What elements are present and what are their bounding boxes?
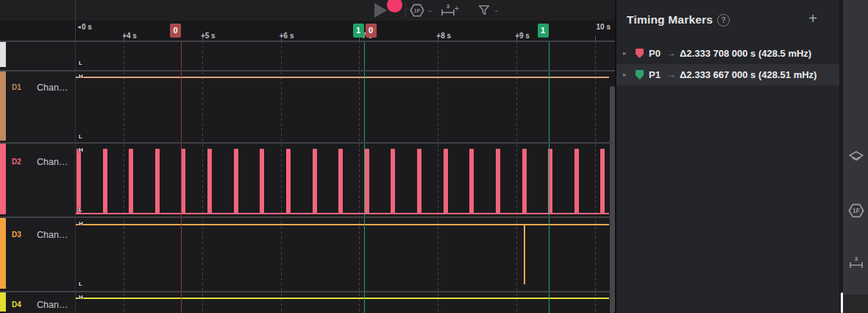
top-toolbar: 1F ⌄ 3 + ⌄ bbox=[0, 0, 615, 21]
channel-name[interactable]: Chan… bbox=[37, 82, 68, 93]
digital-pulse bbox=[286, 149, 291, 214]
label-column-border bbox=[75, 0, 76, 41]
digital-pulse bbox=[522, 149, 527, 214]
play-icon bbox=[374, 3, 387, 18]
logic-analyzer-window: 1F ⌄ 3 + ⌄ ◄0 s 10 s +4 s+5 s+6 s+7 s+8 … bbox=[0, 0, 868, 313]
timing-marker-flag[interactable]: 1 bbox=[353, 24, 364, 38]
record-dot-icon bbox=[387, 0, 402, 13]
hex-trigger-icon: 1F bbox=[409, 2, 425, 18]
digital-pulse bbox=[129, 149, 133, 214]
digital-pulse bbox=[181, 149, 185, 214]
measurement-button[interactable]: 3 + bbox=[440, 0, 459, 20]
digital-pulse bbox=[496, 149, 500, 214]
marker-delta-value: Δ2.333 708 000 s (428.5 mHz) bbox=[680, 48, 811, 59]
digital-pulse bbox=[260, 149, 264, 214]
timing-marker-flag[interactable]: 0 bbox=[366, 24, 377, 38]
svg-text:1F: 1F bbox=[853, 207, 860, 214]
ruler-tick-label: +4 s bbox=[112, 32, 147, 40]
channel-id: D3 bbox=[12, 231, 21, 239]
timing-marker-line[interactable] bbox=[549, 41, 549, 313]
capture-layers-button[interactable] bbox=[847, 148, 865, 166]
digital-pulse bbox=[338, 149, 343, 214]
digital-pulse bbox=[391, 149, 395, 214]
channel-row-border bbox=[0, 41, 615, 42]
help-icon[interactable]: ? bbox=[717, 14, 730, 27]
annotations-menu-button[interactable]: ⌄ bbox=[477, 0, 499, 20]
timing-marker-flag[interactable]: 0 bbox=[170, 24, 181, 38]
timing-marker-row[interactable]: ▸P0→Δ2.333 708 000 s (428.5 mHz) bbox=[616, 43, 839, 64]
gridline bbox=[202, 41, 203, 313]
run-capture-button[interactable] bbox=[370, 0, 402, 20]
channel-color-stripe bbox=[0, 292, 6, 312]
toolbar-divider bbox=[405, 2, 406, 18]
timing-marker-flag[interactable]: 1 bbox=[538, 24, 549, 38]
timeline-end-label: 10 s bbox=[597, 23, 611, 31]
channel-color-stripe bbox=[0, 71, 6, 141]
timing-markers-panel: Timing Markers ? + ▸P0→Δ2.333 708 000 s … bbox=[615, 0, 841, 313]
sidebar-bottom-section bbox=[843, 295, 868, 313]
offscreen-left-arrow-icon: ◄ bbox=[77, 24, 82, 29]
measure-icon: 3 + bbox=[440, 2, 459, 18]
digital-pulse bbox=[103, 149, 107, 214]
channel-name[interactable]: Chan… bbox=[37, 157, 68, 167]
digital-pulse bbox=[444, 149, 448, 214]
digital-pulse bbox=[77, 149, 81, 214]
ruler-tick-label: +6 s bbox=[269, 32, 305, 40]
trigger-sidebar-button[interactable]: 1F bbox=[847, 202, 865, 219]
timing-marker-row[interactable]: ▸P1→Δ2.333 667 000 s (428.51 mHz) bbox=[616, 64, 839, 85]
channel-row-border bbox=[0, 217, 615, 218]
channel-id: D1 bbox=[12, 83, 21, 91]
arrow-icon: → bbox=[667, 48, 676, 58]
gridline bbox=[438, 41, 438, 313]
waveform-area[interactable]: LHLHLHLH bbox=[76, 41, 615, 313]
channel-color-stripe bbox=[0, 217, 6, 289]
level-marker-high: H bbox=[79, 73, 83, 80]
channel-row-border bbox=[0, 70, 615, 71]
marker-delta-value: Δ2.333 667 000 s (428.51 mHz) bbox=[680, 69, 817, 80]
gridline bbox=[359, 41, 360, 313]
expand-caret[interactable]: ▸ bbox=[623, 71, 627, 78]
svg-text:3: 3 bbox=[855, 256, 858, 262]
channel-label-column: D1Chan…D2Chan…D3Chan…D4Chan… bbox=[0, 41, 76, 313]
marker-pin-icon bbox=[636, 49, 644, 58]
level-marker-high: H bbox=[79, 220, 83, 227]
digital-pulse bbox=[574, 149, 579, 214]
digital-pulse bbox=[469, 149, 474, 214]
panel-scrollbar[interactable] bbox=[841, 292, 843, 313]
svg-text:1F: 1F bbox=[414, 7, 421, 14]
digital-pulse bbox=[365, 149, 369, 214]
expand-caret[interactable]: ▸ bbox=[623, 49, 627, 57]
timing-marker-line[interactable] bbox=[181, 41, 182, 313]
svg-text:+: + bbox=[455, 4, 459, 13]
channel-color-stripe bbox=[0, 144, 6, 214]
level-marker-low: L bbox=[79, 60, 82, 66]
timeline-ruler[interactable]: ◄0 s 10 s +4 s+5 s+6 s+7 s+8 s+9 s 0011 bbox=[0, 21, 615, 41]
trigger-menu-button[interactable]: 1F ⌄ bbox=[409, 0, 433, 20]
measurements-sidebar-button[interactable]: 3 bbox=[847, 254, 865, 272]
ruler-tick-label: +5 s bbox=[191, 32, 226, 40]
ruler-tick-label: +9 s bbox=[505, 32, 540, 40]
channel-id: D4 bbox=[12, 300, 21, 309]
marker-pin-icon bbox=[636, 70, 644, 80]
channel-color-stripe bbox=[0, 42, 6, 67]
panel-title: Timing Markers bbox=[627, 13, 713, 27]
channel-row-border bbox=[0, 142, 615, 144]
timing-marker-line[interactable] bbox=[364, 41, 365, 313]
hex-trigger-icon: 1F bbox=[847, 202, 865, 219]
digital-signal-low-spike bbox=[524, 224, 525, 284]
chevron-down-icon: ⌄ bbox=[427, 7, 433, 13]
digital-signal-high-line bbox=[76, 77, 609, 78]
digital-pulse bbox=[600, 149, 605, 214]
svg-text:3: 3 bbox=[447, 3, 450, 10]
arrow-icon: → bbox=[667, 69, 676, 80]
wave-scrollbar[interactable] bbox=[610, 86, 615, 313]
digital-pulse bbox=[234, 149, 238, 214]
channel-name[interactable]: Chan… bbox=[37, 230, 68, 240]
ruler-tick-label: +8 s bbox=[426, 32, 461, 40]
channel-name[interactable]: Chan… bbox=[37, 300, 68, 310]
chevron-down-icon: ⌄ bbox=[494, 7, 499, 13]
add-marker-button[interactable]: + bbox=[808, 10, 817, 27]
level-marker-low: L bbox=[79, 133, 82, 140]
gridline bbox=[124, 41, 124, 313]
marker-name: P0 bbox=[649, 48, 661, 59]
